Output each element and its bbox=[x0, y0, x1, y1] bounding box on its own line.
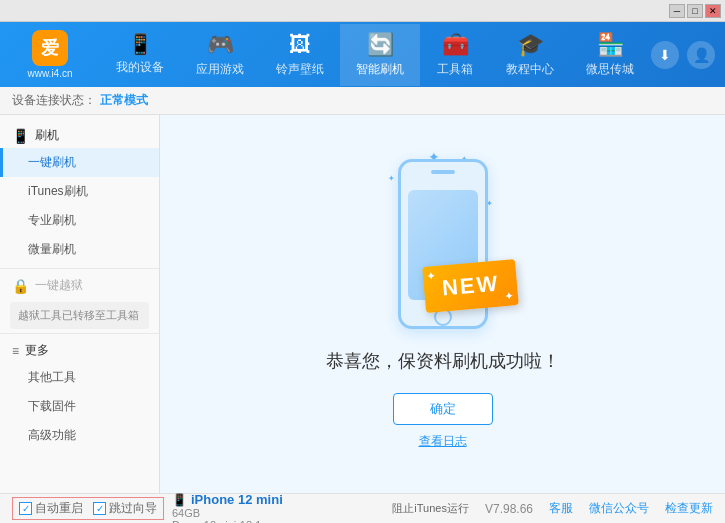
version-text: V7.98.66 bbox=[485, 502, 533, 516]
show-log-link[interactable]: 查看日志 bbox=[419, 433, 467, 450]
nav-label-smart-flash: 智能刷机 bbox=[356, 61, 404, 78]
sidebar: 📱 刷机 一键刷机 iTunes刷机 专业刷机 微量刷机 🔒 一键越狱 bbox=[0, 115, 160, 493]
sidebar-item-one-key-flash[interactable]: 一键刷机 bbox=[0, 148, 159, 177]
nav-item-wechat-mall[interactable]: 🏪 微思传城 bbox=[570, 24, 650, 86]
sidebar-item-itunes-flash[interactable]: iTunes刷机 bbox=[0, 177, 159, 206]
nav-item-smart-flash[interactable]: 🔄 智能刷机 bbox=[340, 24, 420, 86]
auto-restart-label: 自动重启 bbox=[35, 500, 83, 517]
itunes-status-text: 阻止iTunes运行 bbox=[392, 502, 469, 514]
sidebar-section-more[interactable]: ≡ 更多 bbox=[0, 338, 159, 363]
sidebar-section-flash-label: 刷机 bbox=[35, 127, 59, 144]
itunes-status: 阻止iTunes运行 bbox=[392, 501, 469, 516]
phone-speaker bbox=[431, 170, 455, 174]
status-bar: 设备连接状态： 正常模式 bbox=[0, 87, 725, 115]
sidebar-section-rescue-label: 一键越狱 bbox=[35, 277, 83, 294]
content-area: ✦ ✦ ✦ ✦ NEW 恭喜您，保资料刷机成功啦！ 确定 查看日志 bbox=[160, 115, 725, 493]
one-key-flash-label: 一键刷机 bbox=[28, 155, 76, 169]
itunes-flash-label: iTunes刷机 bbox=[28, 184, 88, 198]
logo-site-url: www.i4.cn bbox=[27, 68, 72, 79]
success-message: 恭喜您，保资料刷机成功啦！ bbox=[326, 349, 560, 373]
sidebar-item-advanced[interactable]: 高级功能 bbox=[0, 421, 159, 450]
header-right-buttons: ⬇ 👤 bbox=[651, 41, 715, 69]
window-controls[interactable]: ─ □ ✕ bbox=[669, 4, 721, 18]
sidebar-item-recover-flash[interactable]: 微量刷机 bbox=[0, 235, 159, 264]
download-button[interactable]: ⬇ bbox=[651, 41, 679, 69]
sidebar-section-rescue[interactable]: 🔒 一键越狱 bbox=[0, 273, 159, 298]
status-label: 设备连接状态： bbox=[12, 92, 96, 109]
toolbox-icon: 🧰 bbox=[442, 32, 469, 58]
device-storage: 64GB bbox=[172, 507, 283, 519]
sidebar-item-pro-flash[interactable]: 专业刷机 bbox=[0, 206, 159, 235]
device-section: 📱 iPhone 12 mini 64GB Down-12mini-13,1 bbox=[172, 492, 283, 523]
skip-wizard-checkbox-label[interactable]: ✓ 跳过向导 bbox=[93, 500, 157, 517]
footer-right: 阻止iTunes运行 V7.98.66 客服 微信公众号 检查更新 bbox=[392, 500, 713, 517]
advanced-label: 高级功能 bbox=[28, 428, 76, 442]
sidebar-scroll-area: 📱 刷机 一键刷机 iTunes刷机 专业刷机 微量刷机 🔒 一键越狱 bbox=[0, 115, 159, 493]
recover-flash-label: 微量刷机 bbox=[28, 242, 76, 256]
download-firmware-label: 下载固件 bbox=[28, 399, 76, 413]
phone-illustration: ✦ ✦ ✦ ✦ NEW bbox=[398, 159, 488, 329]
my-device-icon: 📱 bbox=[128, 32, 153, 56]
app-header: 爱 www.i4.cn 📱 我的设备 🎮 应用游戏 🖼 铃声壁纸 🔄 智能刷机 … bbox=[0, 22, 725, 87]
nav-label-toolbox: 工具箱 bbox=[437, 61, 473, 78]
title-bar: ─ □ ✕ bbox=[0, 0, 725, 22]
nav-label-tutorials: 教程中心 bbox=[506, 61, 554, 78]
footer: ✓ 自动重启 ✓ 跳过向导 📱 iPhone 12 mini 64GB Down… bbox=[0, 493, 725, 523]
nav-item-my-device[interactable]: 📱 我的设备 bbox=[100, 24, 180, 86]
main-area: 📱 刷机 一键刷机 iTunes刷机 专业刷机 微量刷机 🔒 一键越狱 bbox=[0, 115, 725, 493]
auto-restart-checkbox[interactable]: ✓ bbox=[19, 502, 32, 515]
nav-label-ringtones: 铃声壁纸 bbox=[276, 61, 324, 78]
nav-label-my-device: 我的设备 bbox=[116, 59, 164, 76]
flash-section-icon: 📱 bbox=[12, 128, 29, 144]
auto-restart-checkbox-label[interactable]: ✓ 自动重启 bbox=[19, 500, 83, 517]
sidebar-item-other-tools[interactable]: 其他工具 bbox=[0, 363, 159, 392]
device-icon: 📱 bbox=[172, 493, 187, 507]
sparkle-icon-4: ✦ bbox=[388, 174, 395, 183]
skip-wizard-label: 跳过向导 bbox=[109, 500, 157, 517]
confirm-button-label: 确定 bbox=[430, 400, 456, 418]
smart-flash-icon: 🔄 bbox=[367, 32, 394, 58]
skip-wizard-checkbox[interactable]: ✓ bbox=[93, 502, 106, 515]
nav-label-wechat-mall: 微思传城 bbox=[586, 61, 634, 78]
app-logo[interactable]: 爱 www.i4.cn bbox=[10, 30, 90, 79]
nav-item-tutorials[interactable]: 🎓 教程中心 bbox=[490, 24, 570, 86]
check-update-link[interactable]: 检查更新 bbox=[665, 500, 713, 517]
customer-service-link[interactable]: 客服 bbox=[549, 500, 573, 517]
nav-bar: 📱 我的设备 🎮 应用游戏 🖼 铃声壁纸 🔄 智能刷机 🧰 工具箱 🎓 教程中心… bbox=[100, 24, 650, 86]
other-tools-label: 其他工具 bbox=[28, 370, 76, 384]
close-button[interactable]: ✕ bbox=[705, 4, 721, 18]
sidebar-divider-1 bbox=[0, 268, 159, 269]
nav-label-apps-games: 应用游戏 bbox=[196, 61, 244, 78]
maximize-button[interactable]: □ bbox=[687, 4, 703, 18]
nav-item-apps-games[interactable]: 🎮 应用游戏 bbox=[180, 24, 260, 86]
confirm-button[interactable]: 确定 bbox=[393, 393, 493, 425]
new-badge-text: NEW bbox=[441, 270, 500, 300]
wechat-public-link[interactable]: 微信公众号 bbox=[589, 500, 649, 517]
device-firmware: Down-12mini-13,1 bbox=[172, 519, 283, 523]
sidebar-section-flash[interactable]: 📱 刷机 bbox=[0, 123, 159, 148]
minimize-button[interactable]: ─ bbox=[669, 4, 685, 18]
sidebar-rescue-note: 越狱工具已转移至工具箱 bbox=[10, 302, 149, 329]
apps-games-icon: 🎮 bbox=[207, 32, 234, 58]
tutorials-icon: 🎓 bbox=[517, 32, 544, 58]
device-name: iPhone 12 mini bbox=[191, 492, 283, 507]
status-value: 正常模式 bbox=[100, 92, 148, 109]
wechat-mall-icon: 🏪 bbox=[597, 32, 624, 58]
nav-item-toolbox[interactable]: 🧰 工具箱 bbox=[420, 24, 490, 86]
sidebar-divider-2 bbox=[0, 333, 159, 334]
logo-icon: 爱 bbox=[32, 30, 68, 66]
pro-flash-label: 专业刷机 bbox=[28, 213, 76, 227]
sidebar-item-download-firmware[interactable]: 下载固件 bbox=[0, 392, 159, 421]
user-button[interactable]: 👤 bbox=[687, 41, 715, 69]
more-section-icon: ≡ bbox=[12, 344, 19, 358]
ringtones-icon: 🖼 bbox=[289, 32, 311, 58]
nav-item-ringtones[interactable]: 🖼 铃声壁纸 bbox=[260, 24, 340, 86]
new-badge: NEW bbox=[422, 259, 519, 313]
sidebar-section-more-label: 更多 bbox=[25, 342, 49, 359]
rescue-section-icon: 🔒 bbox=[12, 278, 29, 294]
checkbox-region: ✓ 自动重启 ✓ 跳过向导 bbox=[12, 497, 164, 520]
